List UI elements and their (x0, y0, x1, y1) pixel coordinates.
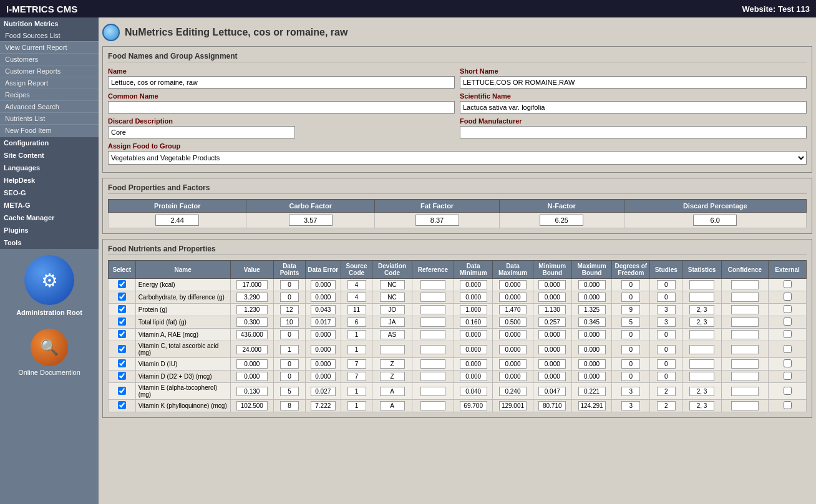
row-maxb-8[interactable] (578, 387, 606, 396)
row-sc-9[interactable] (347, 401, 366, 410)
row-de-2[interactable] (311, 305, 336, 314)
row-stats-1[interactable] (689, 293, 714, 302)
row-de-6[interactable] (311, 359, 336, 369)
row-stats-4[interactable] (689, 330, 714, 339)
row-ref-1[interactable] (420, 293, 445, 302)
row-studies-9[interactable] (657, 401, 676, 410)
row-ref-9[interactable] (420, 401, 445, 410)
sidebar-item-customers[interactable]: Customers (0, 54, 99, 65)
row-dmin-8[interactable] (460, 387, 487, 396)
row-value-4[interactable] (236, 330, 268, 339)
row-de-7[interactable] (311, 372, 336, 381)
carbo-factor-input[interactable] (289, 215, 333, 226)
row-maxb-3[interactable] (578, 317, 606, 327)
row-studies-3[interactable] (657, 317, 676, 327)
row-de-8[interactable] (311, 387, 336, 396)
row-dmin-5[interactable] (460, 345, 487, 354)
row-ref-0[interactable] (420, 280, 445, 289)
row-maxb-0[interactable] (578, 280, 606, 289)
row-dc-1[interactable] (380, 293, 405, 302)
row-dp-1[interactable] (280, 293, 299, 302)
row-dc-2[interactable] (380, 305, 405, 314)
row-dp-7[interactable] (280, 372, 299, 381)
row-sc-6[interactable] (347, 359, 366, 369)
row-dp-4[interactable] (280, 330, 299, 339)
row-stats-9[interactable] (689, 401, 714, 410)
row-select-1[interactable] (118, 293, 126, 301)
row-value-7[interactable] (236, 372, 268, 381)
row-stats-3[interactable] (689, 317, 714, 327)
assign-group-select[interactable]: Vegetables and Vegetable Products (108, 151, 807, 165)
row-ref-8[interactable] (420, 387, 445, 396)
sidebar-item-food-sources[interactable]: Food Sources List (0, 30, 99, 42)
row-dp-6[interactable] (280, 359, 299, 369)
sidebar-section-meta[interactable]: META-G (0, 199, 99, 211)
row-dof-6[interactable] (621, 359, 640, 369)
row-minb-1[interactable] (538, 293, 566, 302)
row-dmin-7[interactable] (460, 372, 487, 381)
row-value-2[interactable] (236, 305, 268, 314)
discard-pct-input[interactable] (693, 215, 737, 226)
row-stats-5[interactable] (689, 345, 714, 354)
row-dof-9[interactable] (621, 401, 640, 410)
row-dc-5[interactable] (380, 345, 405, 354)
row-dmax-1[interactable] (499, 293, 527, 302)
row-sc-3[interactable] (347, 317, 366, 327)
row-stats-8[interactable] (689, 387, 714, 396)
row-sc-7[interactable] (347, 372, 366, 381)
row-ext-2[interactable] (784, 305, 792, 313)
sidebar-section-configuration[interactable]: Configuration (0, 137, 99, 149)
sidebar-item-view-report[interactable]: View Current Report (0, 42, 99, 54)
row-ext-1[interactable] (784, 293, 792, 301)
row-ext-0[interactable] (784, 280, 792, 288)
row-ext-3[interactable] (784, 317, 792, 326)
sidebar-section-languages[interactable]: Languages (0, 162, 99, 174)
row-select-8[interactable] (118, 387, 126, 395)
common-name-input[interactable] (108, 101, 455, 114)
row-dmax-9[interactable] (499, 401, 527, 410)
row-de-0[interactable] (311, 280, 336, 289)
row-conf-1[interactable] (731, 293, 759, 302)
row-ext-7[interactable] (784, 372, 792, 380)
row-conf-6[interactable] (731, 359, 759, 369)
row-dp-8[interactable] (280, 387, 299, 396)
row-dmin-4[interactable] (460, 330, 487, 339)
row-studies-6[interactable] (657, 359, 676, 369)
row-minb-3[interactable] (538, 317, 566, 327)
row-ext-8[interactable] (784, 387, 792, 395)
row-dmin-1[interactable] (460, 293, 487, 302)
sidebar-section-nutrition[interactable]: Nutrition Metrics (0, 17, 99, 30)
row-ext-4[interactable] (784, 330, 792, 338)
row-conf-3[interactable] (731, 317, 759, 327)
row-dmin-9[interactable] (460, 401, 487, 410)
row-dmax-5[interactable] (499, 345, 527, 354)
row-maxb-9[interactable] (578, 401, 606, 410)
row-stats-7[interactable] (689, 372, 714, 381)
food-manufacturer-input[interactable] (460, 126, 807, 138)
row-conf-2[interactable] (731, 305, 759, 314)
row-dmin-2[interactable] (460, 305, 487, 314)
row-conf-7[interactable] (731, 372, 759, 381)
row-studies-4[interactable] (657, 330, 676, 339)
row-maxb-7[interactable] (578, 372, 606, 381)
row-select-2[interactable] (118, 305, 126, 313)
row-select-7[interactable] (118, 372, 126, 380)
row-select-4[interactable] (118, 330, 126, 338)
protein-factor-input[interactable] (155, 215, 199, 226)
row-ext-6[interactable] (784, 359, 792, 367)
row-dmax-6[interactable] (499, 359, 527, 369)
row-minb-9[interactable] (538, 401, 566, 410)
row-minb-4[interactable] (538, 330, 566, 339)
row-ext-9[interactable] (784, 401, 792, 409)
row-ref-6[interactable] (420, 359, 445, 369)
row-sc-0[interactable] (347, 280, 366, 289)
row-studies-2[interactable] (657, 305, 676, 314)
sidebar-section-site-content[interactable]: Site Content (0, 149, 99, 162)
row-value-5[interactable] (236, 345, 268, 354)
row-ext-5[interactable] (784, 345, 792, 353)
row-ref-2[interactable] (420, 305, 445, 314)
row-stats-0[interactable] (689, 280, 714, 289)
row-dp-0[interactable] (280, 280, 299, 289)
row-ref-7[interactable] (420, 372, 445, 381)
row-dof-2[interactable] (621, 305, 640, 314)
